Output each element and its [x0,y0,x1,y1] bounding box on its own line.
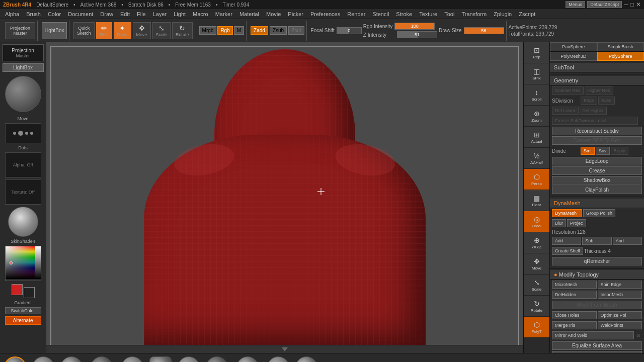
higher-res-button[interactable]: Higher Res [585,86,613,95]
rib-polyt[interactable]: ⬡ PolyT [524,317,549,338]
rib-rep[interactable]: ⊡ Rep [524,42,549,63]
suv-button[interactable]: Suv [596,147,610,155]
geometry-title[interactable]: Geometry [550,76,644,85]
rib-scroll[interactable]: ↕ Scroll [524,84,549,106]
menu-layer[interactable]: Layer [150,10,170,18]
menu-document[interactable]: Document [65,10,96,18]
claypolish-button[interactable]: ClayPolish [552,186,642,194]
menu-render[interactable]: Render [344,10,368,18]
tool-claytubes[interactable]: ClayTubes Move Topological [232,356,263,362]
dynamesh-title[interactable]: DynaMesh [550,199,644,208]
draw-size-slider[interactable]: 56 [464,27,504,34]
micromesh-button[interactable]: MicroMesh [552,281,597,289]
shadowbox-button[interactable]: ShadowBox [552,176,642,185]
freeze-button[interactable]: Freeze SubDivision Level [552,117,638,125]
menu-zplugin[interactable]: Zplugin [491,10,515,18]
menu-material[interactable]: Material [236,10,262,18]
rib-actual[interactable]: ⊞ Actual [524,127,549,148]
menus-button[interactable]: Menus [566,1,585,8]
scale-button[interactable]: ⤡Scale [152,22,171,39]
canvas-scroll-bar[interactable] [46,345,523,353]
rib-spix[interactable]: ◫ SPix [524,63,549,84]
spin-edge-button[interactable]: Spin Edge [598,281,642,289]
mergetris-button[interactable]: MergeTris [552,321,597,329]
projection-master-button[interactable]: ProjectionMaster [5,22,35,39]
meshintegrity-button[interactable]: MeshIntegrity [552,351,642,353]
focal-shift-slider[interactable]: 0 [337,27,362,34]
foreground-color[interactable] [12,284,23,295]
project-button[interactable]: Projec [567,219,586,227]
default-script-button[interactable]: DefaultZScript [587,1,622,8]
dots-preview[interactable] [5,123,41,143]
menu-edit[interactable]: Edit [117,10,133,18]
close-holes-button[interactable]: Close Holes [552,311,597,319]
tool-slash3[interactable]: Slash3 Move Elastic [204,356,230,362]
tool-trimdynamic[interactable]: TrimDynamic SelectRect [147,356,174,362]
menu-brush[interactable]: Brush [23,10,44,18]
optimize-poi-button[interactable]: Optimize Poi [598,311,642,319]
dynamesh-button[interactable]: DynaMesh [552,209,582,217]
convert-dpr-button[interactable]: Convert DPR To Geo [552,136,642,145]
del-lower-button[interactable]: Del Lower [552,107,579,115]
menu-stroke[interactable]: Stroke [393,10,415,18]
edge-button[interactable]: Edge [581,97,597,105]
rib-floor[interactable]: ▦ Floor [524,190,549,211]
canvas-area[interactable] [46,42,523,353]
m-button[interactable]: M [234,26,244,35]
reconstruct-subdiv-button[interactable]: Reconstruct Subdiv [552,127,642,135]
insertmesh-button[interactable]: InsortMesh [598,291,642,299]
brush-preview[interactable] [5,76,41,112]
zcut-button[interactable]: Zcut [288,26,304,35]
menu-movie[interactable]: Movie [263,10,284,18]
zadd-button[interactable]: Zadd [251,26,268,35]
move-button[interactable]: ✥Move [133,22,151,39]
lightbox-btn-left[interactable]: LightBox [3,63,44,72]
rib-aahalf[interactable]: ½ AAHalf [524,148,549,169]
tool-standard[interactable]: Standard MaskLasso [30,356,56,362]
menu-light[interactable]: Light [171,10,189,18]
color-picker[interactable] [5,246,41,281]
rib-scale[interactable]: ⤡ Scale [524,275,549,296]
menu-macro[interactable]: Macro [190,10,211,18]
projection-master-box[interactable]: Projection Master [3,44,44,61]
menu-transform[interactable]: Transform [458,10,490,18]
menu-draw[interactable]: Draw [97,10,116,18]
maximize-icon[interactable]: □ [630,1,634,8]
mesh-from-brush-button[interactable]: Mesh From Brush [552,301,642,309]
pairsphere-button[interactable]: PairSphere [550,42,597,51]
weldpoints-button[interactable]: WeldPoints [598,321,642,329]
rib-zoom[interactable]: ⊕ Zoom [524,106,549,127]
minimize-icon[interactable]: ─ [624,1,628,8]
menu-zscript[interactable]: Zscript [516,10,538,18]
rgb-button[interactable]: Rgb [217,26,232,35]
rib-local[interactable]: ◎ Local [524,211,549,232]
tool-claybuildup[interactable]: ClayBulldup MaskPen [58,356,85,362]
tool-inflat[interactable]: Inflat SnakeHook [293,356,319,362]
polymesh3d-button[interactable]: PolyMesh3D [550,52,597,61]
qremesher-button[interactable]: qRemesher [552,257,642,265]
rib-persp[interactable]: ⬡ Persp [524,169,549,190]
smt-button[interactable]: Smt [581,147,595,155]
sub-button[interactable]: Sub [582,237,611,245]
mirror-weld-button[interactable]: Mirror And Weld [552,331,634,339]
reply-button[interactable]: Reply [611,147,628,155]
alternate-button[interactable]: Alternate [5,316,41,325]
rib-move[interactable]: ✥ Move [524,253,549,275]
alpha-preview[interactable]: Alpha: Off [5,152,41,177]
tool-dam-standard[interactable]: Dam_Standard ClipRect [87,356,117,362]
blur-button[interactable]: Blur [552,219,566,227]
coarser-button[interactable]: Coarser Res [552,86,584,95]
material-sphere[interactable] [8,207,38,237]
group-polish-button[interactable]: Group Polish [583,209,615,217]
menu-color[interactable]: Color [45,10,64,18]
polysphere-button[interactable]: PolySphere [597,52,645,61]
title-bar-right[interactable]: Menus DefaultZScript ─ □ ✕ [566,1,641,8]
mrgb-button[interactable]: Mrgb [199,26,217,35]
rotate-button[interactable]: ↻Rotate [172,22,193,39]
menu-stencil[interactable]: Stencil [369,10,392,18]
tool-magnify[interactable]: Magnify Slide [265,356,291,362]
quick-sketch-button[interactable]: QuickSketch [73,22,95,39]
menu-texture[interactable]: Texture [416,10,440,18]
tool-move[interactable]: Move z95 [2,356,28,362]
texture-preview[interactable]: Texture: Off [5,179,41,205]
